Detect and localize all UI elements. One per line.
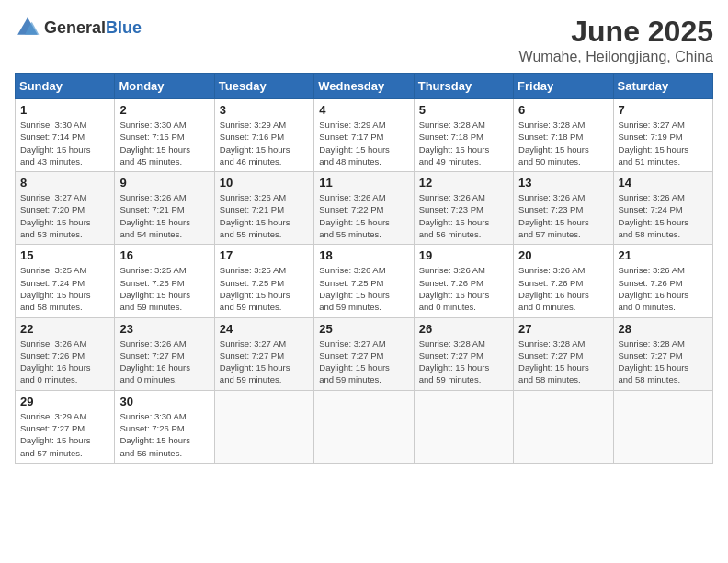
table-row: 14Sunrise: 3:26 AMSunset: 7:24 PMDayligh… — [613, 172, 712, 245]
day-info: Sunrise: 3:27 AMSunset: 7:20 PMDaylight:… — [20, 191, 109, 240]
day-number: 29 — [20, 395, 109, 408]
table-row — [414, 390, 513, 463]
day-number: 15 — [20, 248, 109, 262]
day-info: Sunrise: 3:30 AMSunset: 7:14 PMDaylight:… — [20, 119, 109, 167]
day-info: Sunrise: 3:26 AMSunset: 7:26 PMDaylight:… — [20, 338, 109, 386]
table-row: 4Sunrise: 3:29 AMSunset: 7:17 PMDaylight… — [314, 99, 414, 172]
day-number: 13 — [518, 176, 608, 190]
table-row: 25Sunrise: 3:27 AMSunset: 7:27 PMDayligh… — [314, 317, 414, 390]
table-row: 16Sunrise: 3:25 AMSunset: 7:25 PMDayligh… — [115, 245, 214, 317]
day-info: Sunrise: 3:28 AMSunset: 7:27 PMDaylight:… — [518, 338, 608, 386]
day-number: 14 — [619, 176, 708, 190]
table-row: 11Sunrise: 3:26 AMSunset: 7:22 PMDayligh… — [314, 172, 414, 245]
day-number: 9 — [119, 176, 209, 190]
logo-text: GeneralBlue — [44, 18, 142, 38]
header-monday: Monday — [115, 74, 214, 99]
header-thursday: Thursday — [414, 74, 513, 99]
table-row: 15Sunrise: 3:25 AMSunset: 7:24 PMDayligh… — [16, 245, 115, 317]
table-row: 22Sunrise: 3:26 AMSunset: 7:26 PMDayligh… — [16, 317, 115, 390]
table-row — [613, 390, 712, 463]
day-number: 23 — [119, 322, 209, 336]
day-number: 21 — [619, 248, 708, 262]
day-number: 25 — [319, 322, 408, 336]
table-row: 1Sunrise: 3:30 AMSunset: 7:14 PMDaylight… — [16, 99, 115, 172]
month-title: June 2025 — [519, 15, 713, 49]
day-info: Sunrise: 3:26 AMSunset: 7:21 PMDaylight:… — [119, 191, 209, 240]
table-row: 23Sunrise: 3:26 AMSunset: 7:27 PMDayligh… — [115, 317, 214, 390]
calendar-week-4: 22Sunrise: 3:26 AMSunset: 7:26 PMDayligh… — [16, 317, 713, 390]
day-number: 10 — [220, 176, 309, 190]
calendar-week-5: 29Sunrise: 3:29 AMSunset: 7:27 PMDayligh… — [16, 390, 713, 463]
day-info: Sunrise: 3:28 AMSunset: 7:18 PMDaylight:… — [518, 119, 608, 167]
table-row: 21Sunrise: 3:26 AMSunset: 7:26 PMDayligh… — [613, 245, 712, 317]
table-row: 18Sunrise: 3:26 AMSunset: 7:25 PMDayligh… — [314, 245, 414, 317]
table-row: 10Sunrise: 3:26 AMSunset: 7:21 PMDayligh… — [214, 172, 313, 245]
logo-blue: Blue — [106, 18, 142, 37]
table-row: 28Sunrise: 3:28 AMSunset: 7:27 PMDayligh… — [613, 317, 712, 390]
table-row — [314, 390, 414, 463]
day-number: 7 — [619, 103, 708, 117]
location-title: Wumahe, Heilongjiang, China — [519, 49, 713, 65]
calendar-header-row: SundayMondayTuesdayWednesdayThursdayFrid… — [16, 74, 713, 99]
day-number: 12 — [419, 176, 508, 190]
logo-icon — [15, 15, 40, 40]
table-row — [514, 390, 613, 463]
table-row: 13Sunrise: 3:26 AMSunset: 7:23 PMDayligh… — [514, 172, 613, 245]
day-info: Sunrise: 3:25 AMSunset: 7:25 PMDaylight:… — [119, 264, 209, 313]
table-row: 8Sunrise: 3:27 AMSunset: 7:20 PMDaylight… — [16, 172, 115, 245]
day-info: Sunrise: 3:30 AMSunset: 7:15 PMDaylight:… — [119, 119, 209, 167]
header-wednesday: Wednesday — [314, 74, 414, 99]
header-friday: Friday — [514, 74, 613, 99]
day-number: 22 — [20, 322, 109, 336]
day-info: Sunrise: 3:30 AMSunset: 7:26 PMDaylight:… — [119, 410, 209, 459]
day-number: 30 — [119, 395, 209, 408]
calendar-week-1: 1Sunrise: 3:30 AMSunset: 7:14 PMDaylight… — [16, 99, 713, 172]
day-info: Sunrise: 3:26 AMSunset: 7:26 PMDaylight:… — [419, 264, 508, 313]
logo-general: General — [44, 18, 106, 37]
table-row: 19Sunrise: 3:26 AMSunset: 7:26 PMDayligh… — [414, 245, 513, 317]
header-sunday: Sunday — [16, 74, 115, 99]
day-info: Sunrise: 3:26 AMSunset: 7:27 PMDaylight:… — [119, 338, 209, 386]
table-row: 27Sunrise: 3:28 AMSunset: 7:27 PMDayligh… — [514, 317, 613, 390]
day-info: Sunrise: 3:26 AMSunset: 7:24 PMDaylight:… — [619, 191, 708, 240]
day-info: Sunrise: 3:25 AMSunset: 7:24 PMDaylight:… — [20, 264, 109, 313]
day-info: Sunrise: 3:27 AMSunset: 7:27 PMDaylight:… — [319, 338, 408, 386]
day-info: Sunrise: 3:27 AMSunset: 7:19 PMDaylight:… — [619, 119, 708, 167]
day-info: Sunrise: 3:25 AMSunset: 7:25 PMDaylight:… — [220, 264, 309, 313]
calendar-week-2: 8Sunrise: 3:27 AMSunset: 7:20 PMDaylight… — [16, 172, 713, 245]
day-number: 8 — [20, 176, 109, 190]
calendar-table: SundayMondayTuesdayWednesdayThursdayFrid… — [15, 73, 713, 464]
table-row: 17Sunrise: 3:25 AMSunset: 7:25 PMDayligh… — [214, 245, 313, 317]
table-row: 30Sunrise: 3:30 AMSunset: 7:26 PMDayligh… — [115, 390, 214, 463]
day-info: Sunrise: 3:26 AMSunset: 7:26 PMDaylight:… — [518, 264, 608, 313]
day-info: Sunrise: 3:26 AMSunset: 7:26 PMDaylight:… — [619, 264, 708, 313]
day-info: Sunrise: 3:28 AMSunset: 7:27 PMDaylight:… — [619, 338, 708, 386]
table-row: 20Sunrise: 3:26 AMSunset: 7:26 PMDayligh… — [514, 245, 613, 317]
day-info: Sunrise: 3:29 AMSunset: 7:16 PMDaylight:… — [220, 119, 309, 167]
table-row: 2Sunrise: 3:30 AMSunset: 7:15 PMDaylight… — [115, 99, 214, 172]
table-row: 9Sunrise: 3:26 AMSunset: 7:21 PMDaylight… — [115, 172, 214, 245]
day-info: Sunrise: 3:26 AMSunset: 7:21 PMDaylight:… — [220, 191, 309, 240]
table-row: 6Sunrise: 3:28 AMSunset: 7:18 PMDaylight… — [514, 99, 613, 172]
table-row: 29Sunrise: 3:29 AMSunset: 7:27 PMDayligh… — [16, 390, 115, 463]
day-info: Sunrise: 3:26 AMSunset: 7:25 PMDaylight:… — [319, 264, 408, 313]
day-number: 28 — [619, 322, 708, 336]
day-number: 2 — [119, 103, 209, 117]
day-number: 16 — [119, 248, 209, 262]
day-number: 18 — [319, 248, 408, 262]
day-number: 24 — [220, 322, 309, 336]
day-number: 5 — [419, 103, 508, 117]
day-number: 26 — [419, 322, 508, 336]
title-block: June 2025 Wumahe, Heilongjiang, China — [519, 15, 713, 65]
day-info: Sunrise: 3:29 AMSunset: 7:27 PMDaylight:… — [20, 410, 109, 459]
day-info: Sunrise: 3:28 AMSunset: 7:18 PMDaylight:… — [419, 119, 508, 167]
table-row: 3Sunrise: 3:29 AMSunset: 7:16 PMDaylight… — [214, 99, 313, 172]
day-number: 3 — [220, 103, 309, 117]
table-row: 5Sunrise: 3:28 AMSunset: 7:18 PMDaylight… — [414, 99, 513, 172]
day-number: 20 — [518, 248, 608, 262]
day-info: Sunrise: 3:28 AMSunset: 7:27 PMDaylight:… — [419, 338, 508, 386]
table-row: 24Sunrise: 3:27 AMSunset: 7:27 PMDayligh… — [214, 317, 313, 390]
day-number: 19 — [419, 248, 508, 262]
table-row: 12Sunrise: 3:26 AMSunset: 7:23 PMDayligh… — [414, 172, 513, 245]
day-number: 6 — [518, 103, 608, 117]
